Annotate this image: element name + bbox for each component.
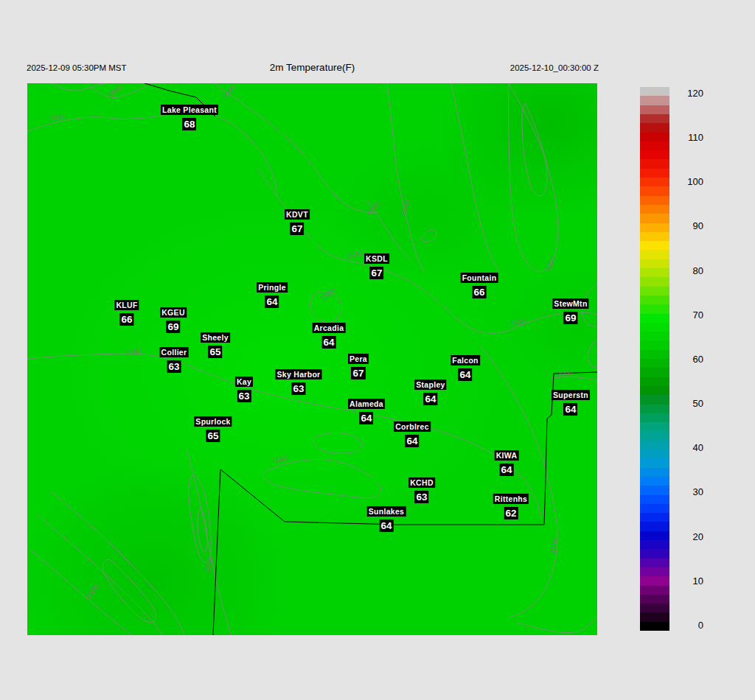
station-marker: KIWA64 xyxy=(495,448,519,476)
station-marker: Falcon64 xyxy=(450,353,480,381)
station-name: Spurlock xyxy=(194,416,232,427)
colorbar-band xyxy=(640,350,669,360)
station-name: Stapley xyxy=(414,379,446,390)
contour-line xyxy=(422,230,436,242)
contour-elevation-label: 1500 xyxy=(272,455,288,464)
station-value: 67 xyxy=(290,223,304,235)
temperature-map: 2000250020002000250020001500150015001000… xyxy=(27,83,597,635)
colorbar-band xyxy=(640,340,669,350)
colorbar-band xyxy=(640,567,669,577)
contour-line xyxy=(314,433,362,453)
colorbar-tick-label: 20 xyxy=(672,531,703,543)
contour-line xyxy=(481,346,557,617)
colorbar-tick-label: 90 xyxy=(672,220,703,232)
contour-elevation-label: 2500 xyxy=(399,199,411,217)
contour-elevation-label: 1500 xyxy=(549,537,560,553)
station-marker: Pringle64 xyxy=(257,280,288,308)
station-value: 63 xyxy=(167,360,181,373)
contour-line xyxy=(387,83,425,273)
contour-line xyxy=(102,559,156,622)
station-value: 64 xyxy=(499,463,513,476)
contour-line xyxy=(189,475,211,563)
station-name: Corblrec xyxy=(394,421,431,432)
colorbar xyxy=(640,87,669,631)
contour-elevation-label: 1500 xyxy=(347,249,363,261)
station-marker: StewMtn69 xyxy=(552,296,588,324)
station-marker: Stapley64 xyxy=(414,377,446,405)
station-name: Falcon xyxy=(450,355,480,365)
station-value: 65 xyxy=(208,346,222,358)
colorbar-band xyxy=(640,223,669,233)
station-name: Alameda xyxy=(348,399,385,409)
station-value: 64 xyxy=(458,368,472,381)
colorbar-band xyxy=(640,495,669,505)
colorbar-band xyxy=(640,169,669,178)
station-marker: Superstn64 xyxy=(552,388,590,416)
contour-line xyxy=(263,459,380,497)
colorbar-band xyxy=(640,250,669,259)
contour-layer: 2000250020002000250020001500150015001000… xyxy=(27,83,597,635)
colorbar-band xyxy=(640,277,669,287)
contour-line xyxy=(27,112,277,196)
contour-elevation-label: 2000 xyxy=(543,256,557,273)
colorbar-band xyxy=(640,268,669,278)
colorbar-band xyxy=(640,395,669,405)
colorbar-band xyxy=(640,123,669,133)
colorbar-band xyxy=(640,105,669,115)
contour-elevation-label: 1500 xyxy=(319,286,336,302)
station-marker: Rittenhs62 xyxy=(493,491,529,519)
colorbar-band xyxy=(640,133,669,142)
station-name: Collier xyxy=(160,347,189,357)
colorbar-tick-label: 100 xyxy=(672,176,703,188)
colorbar-tick-label: 50 xyxy=(672,398,703,410)
colorbar-band xyxy=(640,150,669,160)
colorbar-band xyxy=(640,441,669,450)
station-marker: Collier63 xyxy=(160,345,189,373)
station-value: 64 xyxy=(379,519,393,532)
colorbar-band xyxy=(640,295,669,305)
station-value: 66 xyxy=(119,313,133,326)
station-value: 68 xyxy=(182,118,196,130)
colorbar-band xyxy=(640,477,669,486)
station-name: Fountain xyxy=(461,273,498,283)
station-marker: Arcadia64 xyxy=(313,321,346,349)
colorbar-tick-label: 30 xyxy=(672,486,703,498)
colorbar-band xyxy=(640,449,669,459)
contour-line xyxy=(451,83,500,273)
station-name: Superstn xyxy=(552,390,590,400)
station-name: StewMtn xyxy=(552,298,588,309)
colorbar-band xyxy=(640,259,669,269)
colorbar-band xyxy=(640,114,669,124)
station-marker: Kay63 xyxy=(235,374,253,402)
colorbar-band xyxy=(640,549,669,559)
station-name: KCHD xyxy=(408,477,435,488)
colorbar-band xyxy=(640,595,669,604)
contour-line xyxy=(258,169,597,333)
station-name: Pera xyxy=(348,354,369,364)
colorbar-band xyxy=(640,431,669,441)
colorbar-band xyxy=(640,332,669,341)
colorbar-band xyxy=(640,96,669,105)
station-name: Sky Harbor xyxy=(275,369,321,379)
station-value: 69 xyxy=(166,321,180,333)
contour-elevation-label: 2000 xyxy=(557,369,573,378)
contour-elevation-label: 1000 xyxy=(125,347,142,357)
contour-line xyxy=(52,492,184,635)
contour-elevation-label: 2000 xyxy=(49,113,65,122)
colorbar-band xyxy=(640,586,669,595)
colorbar-band xyxy=(640,513,669,522)
station-name: KDVT xyxy=(285,209,310,220)
station-marker: KGEU69 xyxy=(160,305,187,333)
colorbar-tick-label: 80 xyxy=(672,265,703,277)
colorbar-band xyxy=(640,186,669,196)
contour-line xyxy=(214,83,380,212)
contour-elevation-label: 2000 xyxy=(203,556,215,573)
colorbar-band xyxy=(640,468,669,477)
station-marker: Spurlock65 xyxy=(194,414,232,442)
station-name: KSDL xyxy=(364,253,389,264)
colorbar-tick-label: 120 xyxy=(672,88,703,99)
colorbar-band xyxy=(640,559,669,568)
colorbar-tick-label: 40 xyxy=(672,442,703,454)
station-marker: KLUF66 xyxy=(114,298,139,326)
colorbar-band xyxy=(640,486,669,495)
